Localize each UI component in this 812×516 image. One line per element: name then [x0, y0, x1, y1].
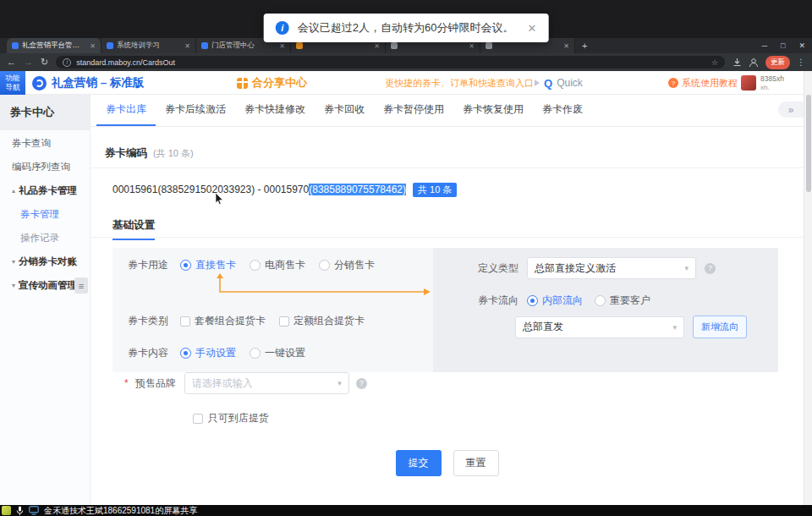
- quick-search[interactable]: Q Quick: [535, 71, 583, 95]
- sidebar-group-distribution-reconciliation[interactable]: ▾ 分销券卡对账: [0, 250, 90, 272]
- radio-ecommerce-sale[interactable]: 电商售卡: [250, 258, 305, 272]
- tab-close-icon[interactable]: ✕: [90, 42, 96, 50]
- scrollbar-thumb[interactable]: [806, 95, 811, 192]
- flow-select[interactable]: 总部直发 ▾: [515, 316, 684, 338]
- tutorial-label: 系统使用教程: [682, 77, 738, 90]
- radio-one-click-setup[interactable]: 一键设置: [250, 346, 305, 360]
- tab-close-icon[interactable]: ✕: [184, 42, 190, 50]
- tab-card-suspend[interactable]: 券卡暂停使用: [374, 95, 453, 126]
- submit-button[interactable]: 提交: [396, 450, 442, 476]
- browser-tab[interactable]: 系统培训学习 ✕: [102, 38, 196, 53]
- tab-close-icon[interactable]: ✕: [279, 42, 285, 50]
- define-type-row: 定义类型 总部直接定义激活 ▾ ?: [478, 257, 716, 279]
- function-nav-button[interactable]: 功能 导航: [0, 71, 25, 95]
- triangle-up-icon: ▴: [12, 187, 15, 195]
- new-tab-button[interactable]: +: [575, 38, 594, 53]
- screen: i 会议已超过2人，自动转为60分钟限时会议。 ✕ 礼盒营销平台管理中心 ✕ 系…: [0, 0, 812, 516]
- radio-direct-sale[interactable]: 直接售卡: [180, 258, 236, 272]
- sidebar-collapse-handle[interactable]: ≡: [74, 277, 88, 294]
- user-menu[interactable]: 8385xh xh.: [741, 71, 784, 95]
- help-icon[interactable]: ?: [356, 378, 367, 389]
- radio-distribution-sale[interactable]: 分销售卡: [319, 258, 375, 272]
- tab-title: 礼盒营销平台管理中心: [22, 41, 86, 51]
- download-icon[interactable]: [732, 58, 742, 67]
- card-content-row: 券卡内容 手动设置 一键设置: [128, 346, 319, 360]
- tab-close-icon[interactable]: ✕: [563, 42, 569, 50]
- main-content: 券卡出库 券卡后续激活 券卡快捷修改 券卡回收 券卡暂停使用 券卡恢复使用 券卡…: [91, 95, 804, 505]
- card-usage-label: 券卡用途: [128, 258, 168, 272]
- window-maximize-button[interactable]: □: [781, 41, 785, 50]
- add-flow-button[interactable]: 新增流向: [693, 316, 747, 338]
- tab-card-quick-edit[interactable]: 券卡快捷修改: [235, 95, 315, 126]
- tab-close-icon[interactable]: ✕: [469, 42, 475, 50]
- sidebar-item-operation-records[interactable]: 操作记录: [0, 227, 90, 249]
- panel-collapse-button[interactable]: »: [778, 102, 804, 118]
- tab-card-outbound[interactable]: 券卡出库: [96, 95, 156, 126]
- sharer-avatar: [2, 506, 11, 515]
- sidebar-item-card-management[interactable]: 券卡管理: [0, 203, 90, 225]
- bookmark-star-icon[interactable]: ☆: [711, 58, 718, 67]
- reload-button[interactable]: ↻: [41, 58, 48, 67]
- page-scrollbar[interactable]: [804, 71, 812, 505]
- radio-manual-setup[interactable]: 手动设置: [180, 346, 236, 360]
- sidebar-item-code-sequence-query[interactable]: 编码序列查询: [0, 156, 90, 178]
- checkbox-label: 套餐组合提货卡: [195, 314, 266, 328]
- tab-close-icon[interactable]: ✕: [374, 42, 380, 50]
- site-info-icon[interactable]: i: [63, 58, 71, 67]
- card-category-row: 券卡类别 套餐组合提货卡 定额组合提货卡: [128, 314, 378, 328]
- radio-important-customer[interactable]: 重要客户: [595, 294, 650, 308]
- help-icon[interactable]: ?: [705, 263, 716, 274]
- radio-label: 重要客户: [610, 294, 650, 308]
- share-center-link[interactable]: 合分享中心: [237, 71, 307, 95]
- radio-internal-flow[interactable]: 内部流向: [527, 294, 583, 308]
- back-button[interactable]: ←: [7, 58, 16, 67]
- sidebar-group-gift-card-management[interactable]: ▴ 礼品券卡管理: [0, 179, 90, 201]
- divider: [91, 237, 804, 238]
- url-text[interactable]: standard.maboy.cn/CardsOut: [76, 58, 706, 67]
- radio-label: 内部流向: [542, 294, 583, 308]
- presale-brand-select[interactable]: 请选择或输入 ▾: [184, 372, 349, 394]
- radio-icon: [595, 295, 606, 306]
- tab-card-void[interactable]: 券卡作废: [533, 95, 592, 126]
- checkbox-icon: [279, 316, 289, 327]
- profile-icon[interactable]: [749, 58, 759, 68]
- chrome-update-button[interactable]: 更新: [765, 56, 790, 69]
- tab-card-resume[interactable]: 券卡恢复使用: [453, 95, 533, 126]
- browser-menu-icon[interactable]: ⋮: [797, 58, 805, 67]
- radio-label: 分销售卡: [334, 258, 375, 272]
- reset-button[interactable]: 重置: [453, 450, 499, 476]
- sidebar-item-card-query[interactable]: 券卡查询: [0, 132, 90, 154]
- section-count: (共 10 条): [153, 147, 194, 160]
- tutorial-link[interactable]: ? 系统使用教程: [668, 71, 738, 95]
- favicon: [201, 42, 208, 49]
- tab-title: 系统培训学习: [117, 41, 181, 51]
- microphone-icon[interactable]: [16, 506, 24, 516]
- forward-button[interactable]: →: [24, 58, 33, 67]
- define-type-select[interactable]: 总部直接定义激活 ▾: [527, 257, 696, 279]
- presale-brand-label: 预售品牌: [135, 376, 176, 391]
- close-icon[interactable]: ✕: [527, 22, 536, 35]
- window-minimize-button[interactable]: ─: [762, 41, 767, 50]
- share-center-label: 合分享中心: [252, 75, 307, 91]
- radio-label: 电商售卡: [265, 258, 305, 272]
- browser-tab-active[interactable]: 礼盒营销平台管理中心 ✕: [7, 38, 102, 53]
- window-controls: ─ □ ✕: [762, 38, 805, 53]
- select-value: 总部直接定义激活: [535, 261, 616, 276]
- radio-icon: [180, 348, 191, 359]
- avatar: [741, 75, 756, 91]
- store-pickup-row[interactable]: 只可到店提货: [193, 411, 269, 425]
- tab-card-activation[interactable]: 券卡后续激活: [156, 95, 235, 126]
- tab-card-recycle[interactable]: 券卡回收: [315, 95, 374, 126]
- gift-icon: [237, 78, 248, 89]
- favicon: [107, 42, 113, 49]
- promo-link[interactable]: 更快捷的券卡、订单和快递查询入口: [385, 71, 534, 95]
- window-close-button[interactable]: ✕: [798, 41, 805, 50]
- sidebar-item-label: 券卡管理: [20, 208, 59, 221]
- url-bar[interactable]: i standard.maboy.cn/CardsOut ☆: [56, 56, 725, 69]
- checkbox-combo-pickup-card[interactable]: 套餐组合提货卡: [180, 314, 266, 328]
- mouse-cursor: [215, 193, 224, 206]
- screen-share-icon[interactable]: [29, 506, 39, 515]
- app-header: 功能 导航 礼盒营销 – 标准版 合分享中心 更快捷的券卡、订单和快递查询入口 …: [0, 71, 812, 95]
- checkbox-fixed-combo-pickup-card[interactable]: 定额组合提货卡: [279, 314, 365, 328]
- basic-settings-tab[interactable]: 基础设置: [112, 218, 155, 240]
